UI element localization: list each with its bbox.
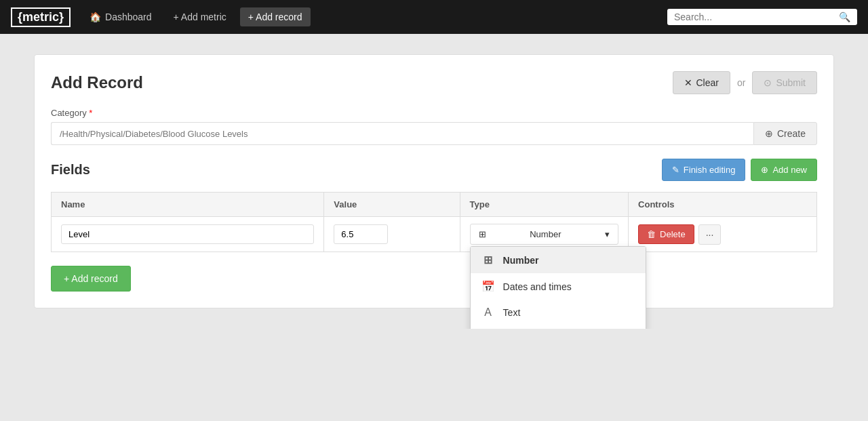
- field-name-input[interactable]: [61, 224, 314, 244]
- number-icon: ⊞: [481, 254, 495, 266]
- table-row: ⊞ Number ▾ ⊞ Number: [52, 217, 817, 252]
- more-options-button[interactable]: ···: [698, 224, 722, 245]
- dropdown-item-number[interactable]: ⊞ Number: [471, 247, 646, 273]
- finish-editing-button[interactable]: ✎ Finish editing: [662, 159, 746, 181]
- calendar-icon: 📅: [481, 280, 495, 293]
- clear-x-icon: ✕: [684, 77, 692, 88]
- search-input[interactable]: [674, 12, 839, 22]
- navbar: {metric} 🏠 Dashboard + Add metric + Add …: [0, 0, 868, 34]
- nav-dashboard[interactable]: 🏠 Dashboard: [81, 7, 160, 26]
- col-name: Name: [52, 193, 324, 217]
- add-new-field-button[interactable]: ⊕ Add new: [751, 159, 817, 181]
- required-indicator: *: [87, 108, 93, 118]
- add-record-card: Add Record ✕ Clear or ⊙ Submit Category …: [34, 54, 834, 308]
- search-bar: 🔍: [667, 9, 857, 25]
- value-cell: [324, 217, 460, 252]
- fields-table: Name Value Type Controls: [51, 192, 817, 252]
- dropdown-item-checkbox[interactable]: ⊙ Checkbox: [471, 325, 646, 329]
- clear-button[interactable]: ✕ Clear: [673, 71, 730, 94]
- chevron-down-icon: ▾: [605, 229, 610, 239]
- create-plus-icon: ⊕: [765, 128, 773, 139]
- card-header: Add Record ✕ Clear or ⊙ Submit: [51, 71, 817, 94]
- type-dropdown-menu: ⊞ Number 📅 Dates and times A Text: [470, 246, 646, 329]
- header-actions: ✕ Clear or ⊙ Submit: [673, 71, 818, 94]
- page-title: Add Record: [51, 73, 143, 92]
- add-record-button[interactable]: + Add record: [51, 266, 131, 292]
- pencil-icon: ✎: [672, 165, 679, 175]
- delete-button[interactable]: 🗑 Delete: [638, 224, 694, 244]
- main-content: Add Record ✕ Clear or ⊙ Submit Category …: [0, 34, 868, 329]
- search-icon: 🔍: [839, 12, 850, 22]
- fields-actions: ✎ Finish editing ⊕ Add new: [662, 159, 817, 181]
- col-controls: Controls: [629, 193, 817, 217]
- controls-cell: 🗑 Delete ···: [629, 217, 817, 252]
- brand-logo: {metric}: [11, 7, 71, 27]
- nav-add-record[interactable]: + Add record: [240, 7, 311, 26]
- field-value-input[interactable]: [334, 224, 388, 244]
- type-cell: ⊞ Number ▾ ⊞ Number: [460, 217, 628, 252]
- type-grid-icon: ⊞: [479, 229, 486, 239]
- table-head: Name Value Type Controls: [52, 193, 817, 217]
- category-label: Category *: [51, 108, 817, 118]
- plus-icon: ⊕: [761, 165, 768, 175]
- submit-circle-icon: ⊙: [764, 77, 772, 88]
- table-body: ⊞ Number ▾ ⊞ Number: [52, 217, 817, 252]
- more-icon: ···: [706, 229, 714, 240]
- type-select-wrapper: ⊞ Number ▾ ⊞ Number: [470, 224, 618, 245]
- type-select-button[interactable]: ⊞ Number ▾: [470, 224, 618, 245]
- table-header-row: Name Value Type Controls: [52, 193, 817, 217]
- dropdown-item-dates[interactable]: 📅 Dates and times: [471, 273, 646, 300]
- trash-icon: 🗑: [647, 229, 656, 239]
- dropdown-item-text[interactable]: A Text: [471, 300, 646, 325]
- home-icon: 🏠: [90, 12, 101, 22]
- or-separator: or: [737, 77, 745, 88]
- nav-add-metric[interactable]: + Add metric: [165, 7, 235, 26]
- category-row: ⊕ Create: [51, 122, 817, 145]
- name-cell: [52, 217, 324, 252]
- create-button[interactable]: ⊕ Create: [753, 122, 817, 145]
- category-section: Category * ⊕ Create: [51, 108, 817, 145]
- col-type: Type: [460, 193, 628, 217]
- fields-title: Fields: [51, 162, 90, 178]
- submit-button[interactable]: ⊙ Submit: [752, 71, 817, 94]
- col-value: Value: [324, 193, 460, 217]
- category-input[interactable]: [51, 122, 753, 145]
- controls-wrapper: 🗑 Delete ···: [638, 224, 807, 245]
- fields-header: Fields ✎ Finish editing ⊕ Add new: [51, 159, 817, 181]
- type-selected-label: Number: [530, 229, 561, 239]
- text-icon: A: [481, 306, 495, 319]
